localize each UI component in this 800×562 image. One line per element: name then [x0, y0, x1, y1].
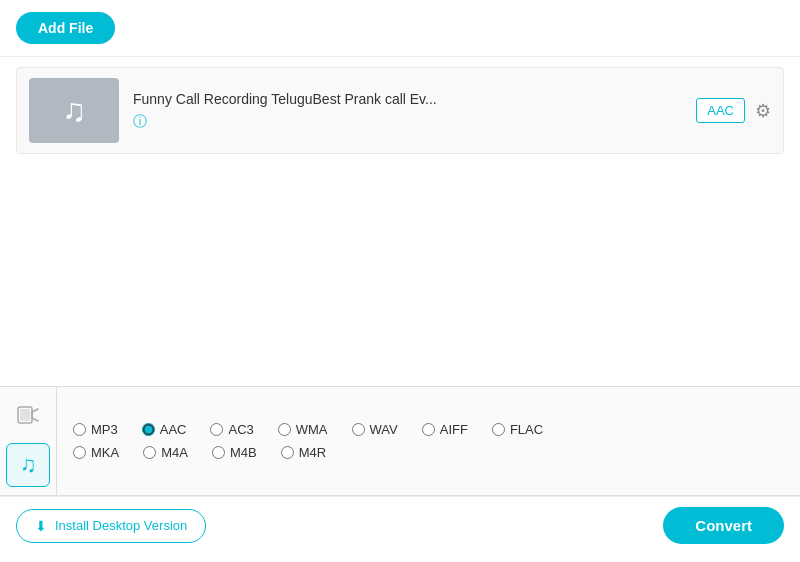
- radio-wma[interactable]: [278, 423, 291, 436]
- radio-m4a[interactable]: [143, 446, 156, 459]
- format-option-wav[interactable]: WAV: [352, 422, 398, 437]
- radio-aac[interactable]: [142, 423, 155, 436]
- format-option-ac3[interactable]: AC3: [210, 422, 253, 437]
- format-options: MP3 AAC AC3 WMA: [57, 387, 800, 495]
- file-item: ♫ Funny Call Recording TeluguBest Prank …: [16, 67, 784, 154]
- label-wav: WAV: [370, 422, 398, 437]
- label-flac: FLAC: [510, 422, 543, 437]
- svg-rect-1: [20, 409, 30, 421]
- music-note-icon: ♫: [62, 92, 86, 129]
- radio-wav[interactable]: [352, 423, 365, 436]
- format-option-m4b[interactable]: M4B: [212, 445, 257, 460]
- audio-icon: ♫: [20, 452, 37, 478]
- format-row-1: MP3 AAC AC3 WMA: [73, 422, 784, 437]
- label-m4r: M4R: [299, 445, 326, 460]
- radio-aiff[interactable]: [422, 423, 435, 436]
- label-ac3: AC3: [228, 422, 253, 437]
- tab-audio[interactable]: ♫: [6, 443, 50, 487]
- video-icon: [17, 404, 39, 431]
- format-option-aiff[interactable]: AIFF: [422, 422, 468, 437]
- top-bar: Add File: [0, 0, 800, 57]
- format-option-aac[interactable]: AAC: [142, 422, 187, 437]
- label-m4b: M4B: [230, 445, 257, 460]
- file-thumbnail: ♫: [29, 78, 119, 143]
- file-list: ♫ Funny Call Recording TeluguBest Prank …: [0, 57, 800, 164]
- file-info: Funny Call Recording TeluguBest Prank ca…: [133, 91, 682, 131]
- format-row-2: MKA M4A M4B M4R: [73, 445, 784, 460]
- radio-mka[interactable]: [73, 446, 86, 459]
- type-tabs: ♫: [0, 387, 57, 495]
- format-badge[interactable]: AAC: [696, 98, 745, 123]
- format-selector: ♫ MP3 AAC AC3: [0, 387, 800, 496]
- file-name: Funny Call Recording TeluguBest Prank ca…: [133, 91, 682, 107]
- svg-line-2: [32, 409, 38, 412]
- svg-line-3: [32, 418, 38, 421]
- label-mp3: MP3: [91, 422, 118, 437]
- add-file-button[interactable]: Add File: [16, 12, 115, 44]
- label-m4a: M4A: [161, 445, 188, 460]
- install-label: Install Desktop Version: [55, 518, 187, 533]
- radio-mp3[interactable]: [73, 423, 86, 436]
- download-icon: ⬇: [35, 518, 47, 534]
- format-option-flac[interactable]: FLAC: [492, 422, 543, 437]
- format-option-wma[interactable]: WMA: [278, 422, 328, 437]
- content-area: ♫ Funny Call Recording TeluguBest Prank …: [0, 57, 800, 386]
- radio-m4b[interactable]: [212, 446, 225, 459]
- format-option-m4a[interactable]: M4A: [143, 445, 188, 460]
- label-aiff: AIFF: [440, 422, 468, 437]
- radio-flac[interactable]: [492, 423, 505, 436]
- file-actions: AAC ⚙: [696, 98, 771, 123]
- radio-ac3[interactable]: [210, 423, 223, 436]
- info-icon[interactable]: ⓘ: [133, 113, 682, 131]
- format-option-mka[interactable]: MKA: [73, 445, 119, 460]
- convert-button[interactable]: Convert: [663, 507, 784, 544]
- radio-m4r[interactable]: [281, 446, 294, 459]
- footer-bar: ⬇ Install Desktop Version Convert: [0, 496, 800, 554]
- settings-icon[interactable]: ⚙: [755, 100, 771, 122]
- label-mka: MKA: [91, 445, 119, 460]
- label-aac: AAC: [160, 422, 187, 437]
- label-wma: WMA: [296, 422, 328, 437]
- tab-video[interactable]: [6, 395, 50, 439]
- format-option-mp3[interactable]: MP3: [73, 422, 118, 437]
- format-option-m4r[interactable]: M4R: [281, 445, 326, 460]
- main-content: ♫ Funny Call Recording TeluguBest Prank …: [0, 57, 800, 554]
- install-desktop-button[interactable]: ⬇ Install Desktop Version: [16, 509, 206, 543]
- bottom-panel: ♫ MP3 AAC AC3: [0, 386, 800, 554]
